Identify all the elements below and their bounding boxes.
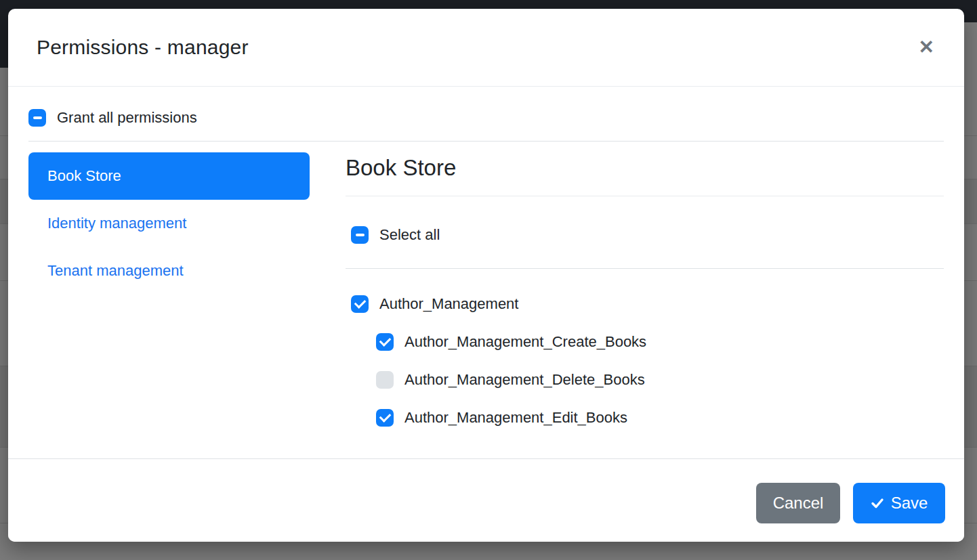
- grant-all-checkbox[interactable]: [28, 109, 46, 127]
- permission-group-tabs: Book StoreIdentity managementTenant mana…: [28, 152, 310, 447]
- select-all-row: Select all: [351, 226, 944, 244]
- permission-checkbox-author-management-create-books[interactable]: [376, 333, 394, 351]
- check-icon: [871, 496, 884, 510]
- grant-all-row: Grant all permissions: [28, 109, 944, 127]
- modal-header: Permissions - manager ✕: [8, 9, 964, 87]
- permission-row: Author_Management_Edit_Books: [376, 409, 944, 427]
- permission-checkbox-author-management-edit-books[interactable]: [376, 409, 394, 427]
- permission-label[interactable]: Author_Management: [379, 295, 518, 313]
- save-button-label: Save: [891, 494, 928, 513]
- permission-checkbox-author-management[interactable]: [351, 295, 369, 313]
- tab-label: Book Store: [47, 167, 121, 185]
- close-button[interactable]: ✕: [916, 35, 937, 60]
- permission-checkbox-author-management-delete-books[interactable]: [376, 371, 394, 389]
- cancel-button[interactable]: Cancel: [756, 483, 840, 523]
- permission-label[interactable]: Author_Management_Create_Books: [404, 333, 646, 351]
- divider: [346, 268, 944, 269]
- permission-row: Author_Management_Create_Books: [376, 333, 944, 351]
- tab-identity-management[interactable]: Identity management: [28, 200, 310, 247]
- permission-list: Author_ManagementAuthor_Management_Creat…: [346, 295, 944, 427]
- cancel-button-label: Cancel: [773, 494, 824, 513]
- permissions-content: Book StoreIdentity managementTenant mana…: [28, 152, 944, 447]
- save-button[interactable]: Save: [853, 483, 945, 523]
- permission-label[interactable]: Author_Management_Edit_Books: [404, 409, 627, 427]
- permission-row: Author_Management_Delete_Books: [376, 371, 944, 389]
- permission-label[interactable]: Author_Management_Delete_Books: [404, 371, 645, 389]
- panel-title: Book Store: [346, 152, 944, 196]
- modal-footer: Cancel Save: [8, 458, 964, 542]
- tab-label: Identity management: [47, 215, 186, 232]
- select-all-label[interactable]: Select all: [379, 226, 440, 244]
- select-all-checkbox[interactable]: [351, 226, 369, 244]
- tab-label: Tenant management: [47, 262, 184, 280]
- modal-body: Grant all permissions Book StoreIdentity…: [8, 87, 964, 447]
- close-icon: ✕: [919, 37, 934, 58]
- tab-book-store[interactable]: Book Store: [28, 152, 310, 200]
- permission-group-panel: Book Store Select all Author_ManagementA…: [346, 152, 944, 447]
- permission-row: Author_Management: [351, 295, 944, 313]
- divider: [28, 141, 944, 142]
- modal-title: Permissions - manager: [37, 36, 249, 59]
- tab-tenant-management[interactable]: Tenant management: [28, 247, 310, 295]
- grant-all-label[interactable]: Grant all permissions: [57, 109, 197, 127]
- permissions-modal: Permissions - manager ✕ Grant all permis…: [8, 9, 964, 542]
